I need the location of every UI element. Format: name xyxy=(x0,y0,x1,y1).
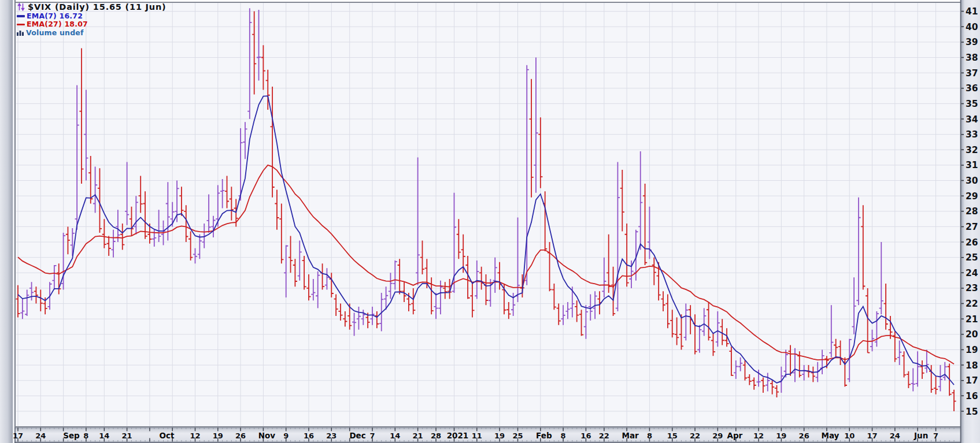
ema7-swatch-icon xyxy=(17,15,25,17)
ema27-label: EMA(27) 18.07 xyxy=(27,21,88,28)
svg-text:18: 18 xyxy=(966,360,978,371)
svg-text:10: 10 xyxy=(844,431,855,440)
svg-text:23: 23 xyxy=(326,431,336,440)
svg-text:16: 16 xyxy=(580,431,591,440)
svg-text:29: 29 xyxy=(712,431,723,440)
svg-text:15: 15 xyxy=(966,407,978,417)
svg-text:40: 40 xyxy=(966,22,978,32)
svg-text:35: 35 xyxy=(966,99,978,109)
svg-text:22: 22 xyxy=(690,431,700,440)
price-bars-icon xyxy=(17,3,25,11)
legend-volume-row: Volume undef xyxy=(17,29,166,37)
svg-text:14: 14 xyxy=(99,431,109,440)
svg-text:25: 25 xyxy=(512,431,523,440)
svg-text:17: 17 xyxy=(13,431,23,440)
svg-text:22: 22 xyxy=(599,431,609,440)
svg-text:16: 16 xyxy=(304,431,314,440)
svg-text:Sep: Sep xyxy=(63,431,80,440)
legend-ema7-row: EMA(7) 16.72 xyxy=(17,13,166,20)
svg-text:Nov: Nov xyxy=(258,431,276,440)
svg-text:8: 8 xyxy=(83,431,88,440)
svg-text:20: 20 xyxy=(966,329,978,340)
svg-text:31: 31 xyxy=(966,160,978,170)
svg-text:30: 30 xyxy=(966,176,978,186)
svg-text:23: 23 xyxy=(966,283,978,293)
chart-title: $VIX (Daily) 15.65 (11 Jun) xyxy=(28,3,166,12)
svg-text:33: 33 xyxy=(966,129,978,140)
svg-text:26: 26 xyxy=(966,237,978,248)
svg-text:37: 37 xyxy=(966,68,978,79)
svg-text:26: 26 xyxy=(235,431,246,440)
svg-text:29: 29 xyxy=(966,191,978,202)
svg-text:May: May xyxy=(821,431,839,440)
svg-text:22: 22 xyxy=(966,299,978,309)
svg-text:24: 24 xyxy=(35,431,46,440)
svg-text:17: 17 xyxy=(867,431,877,440)
svg-text:19: 19 xyxy=(776,431,786,440)
ema7-label: EMA(7) 16.72 xyxy=(27,13,83,20)
svg-text:16: 16 xyxy=(966,391,978,401)
svg-text:39: 39 xyxy=(966,37,978,47)
svg-text:Apr: Apr xyxy=(727,431,743,440)
svg-text:15: 15 xyxy=(667,431,678,440)
svg-text:19: 19 xyxy=(213,431,223,440)
svg-text:28: 28 xyxy=(431,431,441,440)
svg-text:24: 24 xyxy=(966,268,978,278)
legend-symbol-row: $VIX (Daily) 15.65 (11 Jun) xyxy=(17,3,166,12)
volume-bars-icon xyxy=(17,29,24,36)
svg-text:8: 8 xyxy=(647,431,652,440)
svg-text:41: 41 xyxy=(966,6,978,17)
svg-text:21: 21 xyxy=(122,431,132,440)
svg-text:21: 21 xyxy=(966,314,978,325)
svg-text:11: 11 xyxy=(472,431,482,440)
svg-text:Jun: Jun xyxy=(914,431,928,440)
chart-legend: $VIX (Daily) 15.65 (11 Jun) EMA(7) 16.72… xyxy=(17,3,166,38)
svg-text:Mar: Mar xyxy=(622,431,639,440)
svg-text:8: 8 xyxy=(561,431,566,440)
svg-text:32: 32 xyxy=(966,145,978,155)
svg-text:9: 9 xyxy=(283,431,289,440)
svg-text:25: 25 xyxy=(966,252,978,263)
price-chart-canvas: 1516171819202122232425262728293031323334… xyxy=(0,0,980,443)
svg-text:34: 34 xyxy=(966,114,978,125)
stockcharts-vix-daily-chart: 1516171819202122232425262728293031323334… xyxy=(0,0,980,443)
svg-text:17: 17 xyxy=(966,375,978,386)
ema27-swatch-icon xyxy=(17,24,25,26)
svg-text:7: 7 xyxy=(933,431,938,440)
svg-text:19: 19 xyxy=(494,431,505,440)
svg-text:26: 26 xyxy=(799,431,809,440)
svg-text:19: 19 xyxy=(966,345,978,355)
svg-text:27: 27 xyxy=(966,222,978,232)
svg-text:12: 12 xyxy=(753,431,764,440)
svg-text:12: 12 xyxy=(190,431,200,440)
svg-text:Oct: Oct xyxy=(160,431,175,440)
svg-text:14: 14 xyxy=(390,431,400,440)
svg-text:Feb: Feb xyxy=(536,431,552,440)
svg-text:2021: 2021 xyxy=(447,431,469,440)
svg-text:Dec: Dec xyxy=(349,431,365,440)
svg-text:36: 36 xyxy=(966,83,978,94)
svg-text:38: 38 xyxy=(966,53,978,63)
svg-text:24: 24 xyxy=(890,431,900,440)
legend-ema27-row: EMA(27) 18.07 xyxy=(17,21,166,28)
volume-label: Volume undef xyxy=(26,29,84,37)
svg-text:28: 28 xyxy=(966,206,978,217)
svg-text:7: 7 xyxy=(369,431,375,440)
svg-text:21: 21 xyxy=(413,431,423,440)
